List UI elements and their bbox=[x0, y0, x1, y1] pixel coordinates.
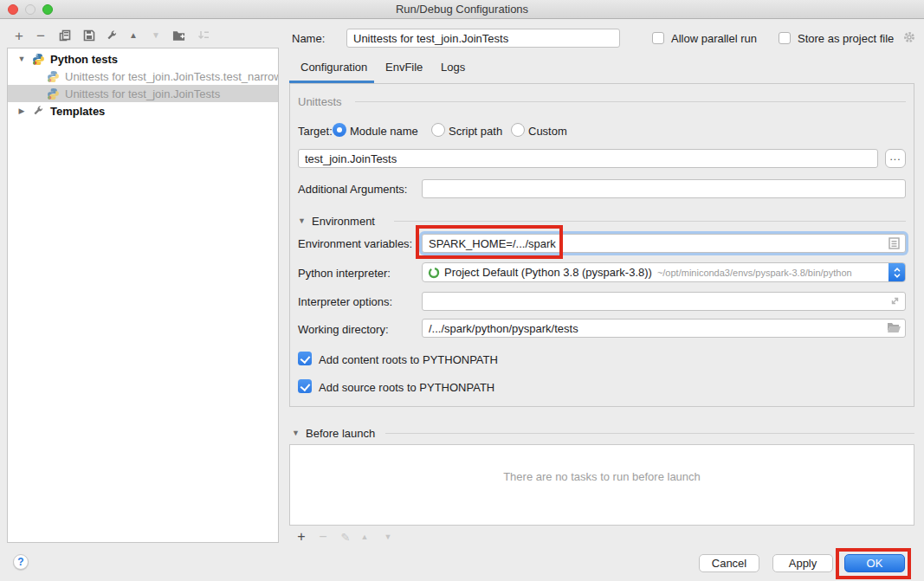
env-vars-editor-icon[interactable] bbox=[888, 237, 900, 252]
store-as-project-file-label: Store as project file bbox=[798, 32, 894, 45]
conda-env-icon bbox=[428, 267, 440, 279]
store-options-gear-icon[interactable] bbox=[902, 30, 916, 47]
environment-variables-input[interactable] bbox=[422, 234, 906, 253]
additional-arguments-label: Additional Arguments: bbox=[298, 183, 407, 196]
section-divider bbox=[394, 221, 906, 222]
python-interpreter-value: Project Default (Python 3.8 (pyspark-3.8… bbox=[444, 266, 652, 279]
copy-icon bbox=[59, 29, 71, 42]
browse-module-button[interactable]: ... bbox=[885, 149, 906, 168]
python-interpreter-select[interactable]: Project Default (Python 3.8 (pyspark-3.8… bbox=[422, 262, 906, 282]
python-interpreter-path: ~/opt/miniconda3/envs/pyspark-3.8/bin/py… bbox=[657, 268, 852, 278]
copy-configuration-button[interactable] bbox=[55, 27, 74, 44]
radio-custom[interactable] bbox=[511, 123, 525, 137]
help-button[interactable]: ? bbox=[13, 554, 29, 570]
radio-custom-label[interactable]: Custom bbox=[528, 125, 567, 138]
tree-item-python-tests[interactable]: ▼ Python tests bbox=[8, 50, 278, 68]
cancel-button[interactable]: Cancel bbox=[699, 554, 759, 572]
python-test-icon bbox=[47, 70, 60, 83]
working-directory-input[interactable] bbox=[422, 319, 906, 338]
unittests-section-label: Unittests bbox=[298, 95, 342, 108]
additional-arguments-input[interactable] bbox=[422, 179, 906, 198]
allow-parallel-run-checkbox[interactable] bbox=[652, 32, 664, 44]
interpreter-options-label: Interpreter options: bbox=[298, 295, 392, 308]
browse-folder-icon[interactable] bbox=[887, 322, 901, 336]
working-directory-label: Working directory: bbox=[298, 323, 389, 336]
add-content-roots-label: Add content roots to PYTHONPATH bbox=[319, 353, 498, 366]
environment-collapse-icon[interactable]: ▼ bbox=[298, 216, 306, 225]
select-stepper-icon[interactable] bbox=[888, 262, 906, 282]
new-folder-button[interactable] bbox=[169, 27, 188, 44]
add-task-button[interactable]: + bbox=[293, 528, 310, 545]
before-launch-section-label: Before launch bbox=[306, 427, 375, 440]
expand-field-icon[interactable] bbox=[889, 295, 901, 309]
tab-envfile[interactable]: EnvFile bbox=[385, 61, 423, 74]
tab-configuration[interactable]: Configuration bbox=[300, 61, 367, 74]
apply-button[interactable]: Apply bbox=[772, 554, 833, 572]
tree-item-unittests-jointests-selected[interactable]: Unittests for test_join.JoinTests bbox=[8, 85, 278, 102]
chevron-right-icon[interactable]: ▶ bbox=[16, 107, 27, 115]
wrench-icon bbox=[106, 29, 118, 42]
new-folder-icon bbox=[172, 29, 185, 42]
ok-button[interactable]: OK bbox=[844, 554, 905, 572]
before-launch-empty-message: There are no tasks to run before launch bbox=[290, 470, 914, 483]
tree-item-templates[interactable]: ▶ Templates bbox=[8, 102, 278, 119]
target-label: Target: bbox=[298, 125, 333, 138]
move-task-up-button[interactable]: ▲ bbox=[356, 528, 373, 545]
radio-module-name[interactable] bbox=[333, 123, 346, 137]
add-source-roots-checkbox[interactable] bbox=[298, 379, 312, 393]
store-as-project-file-checkbox[interactable] bbox=[779, 32, 791, 44]
environment-variables-label: Environment variables: bbox=[298, 237, 412, 250]
move-task-down-button[interactable]: ▼ bbox=[379, 528, 397, 545]
tree-item-label: Templates bbox=[50, 105, 105, 118]
python-test-icon bbox=[47, 87, 60, 100]
save-configuration-button[interactable] bbox=[80, 27, 99, 44]
add-configuration-button[interactable]: + bbox=[10, 27, 29, 44]
radio-script-path-label[interactable]: Script path bbox=[449, 125, 502, 138]
name-label: Name: bbox=[292, 32, 325, 45]
sort-configurations-button[interactable] bbox=[194, 27, 213, 44]
tree-item-label: Python tests bbox=[50, 53, 118, 66]
add-content-roots-checkbox[interactable] bbox=[298, 352, 312, 365]
window-title: Run/Debug Configurations bbox=[0, 3, 924, 16]
tab-logs[interactable]: Logs bbox=[441, 61, 465, 74]
section-divider bbox=[385, 433, 914, 434]
tree-item-label: Unittests for test_join.JoinTests.test_n… bbox=[65, 70, 278, 83]
python-interpreter-label: Python interpreter: bbox=[298, 267, 391, 280]
before-launch-task-list: There are no tasks to run before launch bbox=[289, 444, 914, 526]
window-titlebar: Run/Debug Configurations bbox=[0, 0, 924, 19]
before-launch-collapse-icon[interactable]: ▼ bbox=[292, 429, 300, 437]
templates-wrench-icon bbox=[32, 105, 45, 118]
interpreter-options-input[interactable] bbox=[422, 292, 906, 311]
sort-icon bbox=[197, 29, 210, 42]
move-up-button[interactable]: ▲ bbox=[124, 27, 143, 44]
add-source-roots-label: Add source roots to PYTHONPATH bbox=[319, 381, 494, 394]
python-tests-icon bbox=[32, 53, 45, 66]
section-divider bbox=[355, 101, 906, 102]
radio-script-path[interactable] bbox=[431, 123, 445, 137]
edit-templates-button[interactable] bbox=[102, 27, 121, 44]
move-down-button[interactable]: ▼ bbox=[146, 27, 165, 44]
remove-configuration-button[interactable]: − bbox=[31, 27, 50, 44]
tree-item-unittests-test-narrow[interactable]: Unittests for test_join.JoinTests.test_n… bbox=[8, 68, 278, 85]
module-name-input[interactable] bbox=[298, 149, 878, 168]
edit-task-button[interactable]: ✎ bbox=[337, 528, 354, 545]
save-icon bbox=[83, 29, 95, 42]
tree-item-label: Unittests for test_join.JoinTests bbox=[65, 87, 220, 100]
radio-module-name-label[interactable]: Module name bbox=[350, 125, 418, 138]
remove-task-button[interactable]: − bbox=[314, 528, 332, 545]
name-input[interactable] bbox=[346, 29, 620, 48]
allow-parallel-run-label: Allow parallel run bbox=[671, 32, 757, 45]
environment-section-label: Environment bbox=[312, 215, 375, 228]
configurations-tree: ▼ Python tests Unittests for test_join.J… bbox=[7, 48, 279, 543]
chevron-down-icon[interactable]: ▼ bbox=[16, 55, 27, 63]
